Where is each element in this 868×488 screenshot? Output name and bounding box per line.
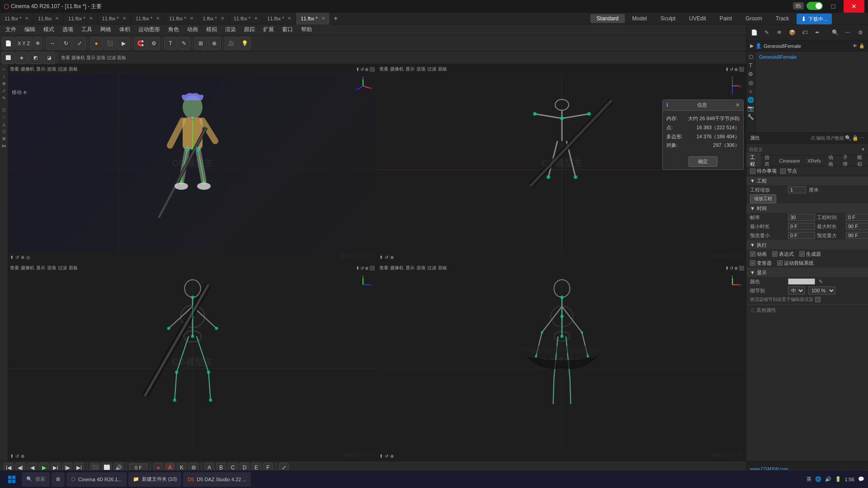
menu-help[interactable]: 帮助 xyxy=(297,25,316,34)
menu-volume[interactable]: 体积 xyxy=(116,25,134,34)
vp-camera-btn-br[interactable]: 摄像机 xyxy=(390,265,404,271)
menu-mode[interactable]: 模式 xyxy=(40,25,58,34)
tab-7[interactable]: 1.fbx *✕ xyxy=(198,13,229,24)
mode-paint[interactable]: Paint xyxy=(713,14,738,23)
vp-panel-btn-tr[interactable]: 面板 xyxy=(438,66,447,72)
execute-section-header[interactable]: ▼ 执行 xyxy=(746,240,868,249)
vp-view-btn-tr[interactable]: 查看 xyxy=(379,66,388,72)
preview-min-input[interactable] xyxy=(788,232,815,239)
menu-window[interactable]: 窗口 xyxy=(278,25,297,34)
left-tool-1[interactable]: ↔ xyxy=(1,66,7,72)
network-icon[interactable]: 🌐 xyxy=(815,476,821,482)
move-tool[interactable]: ↔ xyxy=(46,37,59,50)
max-time-input[interactable] xyxy=(846,223,868,230)
vp-options-btn-tr[interactable]: 选项 xyxy=(416,66,425,72)
color-swatch[interactable] xyxy=(788,278,815,285)
vp-select-btn-bl[interactable]: 选项 xyxy=(47,265,56,271)
left-tool-10[interactable]: ⊞ xyxy=(1,136,7,142)
mode-model[interactable]: Model xyxy=(626,14,653,23)
menu-simulate[interactable]: 模拟 xyxy=(203,25,221,34)
timeline-section-header[interactable]: ▼ 时间 xyxy=(746,204,868,213)
vp-camera-btn-bl[interactable]: 摄像机 xyxy=(21,265,34,271)
mode-sculpt[interactable]: Sculpt xyxy=(654,14,682,23)
menu-tracker[interactable]: 跟踪 xyxy=(241,25,259,34)
vp-zoom-icon[interactable]: ⬛ xyxy=(369,67,375,72)
vp-options-btn[interactable]: 选项 xyxy=(47,66,56,72)
render-view[interactable]: ▶ xyxy=(117,37,130,50)
cb-anim[interactable]: ✓ xyxy=(750,251,755,257)
menu-select[interactable]: 选项 xyxy=(59,25,77,34)
attr-search-icon[interactable]: 🔍 xyxy=(845,135,851,141)
vp-display-btn-bl[interactable]: 显示 xyxy=(36,265,45,271)
snap-enable[interactable]: 🧲 xyxy=(134,37,146,50)
taskbar-folder[interactable]: 📁 新建文件夹 (10) xyxy=(128,472,182,487)
tab-10[interactable]: 11.fbx *✕ xyxy=(296,13,330,24)
left-tool-4[interactable]: ⤢ xyxy=(1,88,7,94)
tab-1[interactable]: 11.fbx *✕ xyxy=(0,13,33,24)
rt-icon-2[interactable]: ✎ xyxy=(761,27,773,38)
taskbar-taskview[interactable]: ⊞ xyxy=(52,472,65,487)
rv-icon-1[interactable]: ⬡ xyxy=(747,53,755,61)
menu-edit[interactable]: 编辑 xyxy=(21,25,39,34)
mode-standard[interactable]: Standard xyxy=(590,14,625,23)
viewport-front[interactable]: 查看 摄像机 显示 选项 过滤 面板 ⬆ ↺ ⊕ ⬛ 正视图 CG模型主 xyxy=(377,263,746,461)
detail-select[interactable]: 中 xyxy=(788,286,805,295)
notification-icon[interactable]: 💬 xyxy=(858,476,864,482)
vp-up-icon[interactable]: ⬆ xyxy=(356,67,359,72)
cb-deform[interactable]: ✓ xyxy=(750,260,755,266)
tab-4[interactable]: 11.fbx *✕ xyxy=(98,13,131,24)
tab-5[interactable]: 11.fbx *✕ xyxy=(131,13,165,24)
left-tool-2[interactable]: ↕ xyxy=(1,73,7,80)
mode-track[interactable]: Track xyxy=(769,14,796,23)
axis-mode[interactable]: ⊞ xyxy=(194,37,207,50)
left-tool-5[interactable]: ✎ xyxy=(1,95,7,101)
rt-icon-4[interactable]: 📦 xyxy=(786,27,798,38)
left-tool-11[interactable]: ⋈ xyxy=(1,143,7,149)
taskbar-daz[interactable]: D5 D5 DAZ Studio 4.22 ... xyxy=(183,472,251,487)
fps-input[interactable] xyxy=(788,214,815,221)
vp-view-btn[interactable]: 查看 xyxy=(10,66,19,72)
rotate-tool[interactable]: ↻ xyxy=(60,37,72,50)
sub-btn-1[interactable]: ⬜ xyxy=(2,52,14,64)
vp-rotate-icon[interactable]: ↺ xyxy=(360,67,364,72)
texture-mode[interactable]: T xyxy=(164,37,177,50)
cb-gen[interactable]: ✓ xyxy=(799,251,805,257)
mode-groom[interactable]: Groom xyxy=(739,14,769,23)
start-button[interactable] xyxy=(4,471,20,488)
rv-icon-2[interactable]: T xyxy=(747,62,755,69)
sub-btn-2[interactable]: ◈ xyxy=(15,52,28,64)
menu-render[interactable]: 渲染 xyxy=(222,25,240,34)
scene-expand-icon[interactable]: ▶ xyxy=(750,43,754,49)
attr-more-icon[interactable]: ⋯ xyxy=(859,135,864,141)
vp-origin-icon[interactable]: ⊕ xyxy=(365,67,368,72)
tab-3[interactable]: 11.fbx *✕ xyxy=(64,13,97,24)
project-section-header[interactable]: ▼ 工程 xyxy=(746,176,868,185)
menu-character[interactable]: 角色 xyxy=(165,25,183,34)
vp-view-btn-br[interactable]: 查看 xyxy=(379,265,388,271)
scale-input[interactable] xyxy=(788,186,806,193)
tab-2[interactable]: 11.fbx✕ xyxy=(33,13,64,24)
rv-icon-7[interactable]: 📷 xyxy=(747,105,755,112)
rv-icon-5[interactable]: ⟐ xyxy=(747,88,755,95)
vp-panel-btn[interactable]: 面板 xyxy=(69,66,78,72)
cb-motion[interactable]: ✓ xyxy=(777,260,783,266)
sub-btn-4[interactable]: ◪ xyxy=(42,52,55,64)
edit-mode[interactable]: ✎ xyxy=(178,37,190,50)
checkbox-todo-input[interactable] xyxy=(750,169,755,174)
sound-icon[interactable]: 🔊 xyxy=(825,476,831,482)
viewport-perspective[interactable]: 查看 摄像机 显示 选项 过滤 面板 ⬆ ↺ ⊕ ⬛ 透视视图 默认摄像机→ 移… xyxy=(8,64,377,262)
maximize-button[interactable]: □ xyxy=(823,0,844,13)
xyz-toggle[interactable]: X Y Z xyxy=(15,37,32,50)
sub-btn-3[interactable]: ◩ xyxy=(29,52,42,64)
menu-tools[interactable]: 工具 xyxy=(78,25,96,34)
scale-project-button[interactable]: 缩放工程 xyxy=(750,194,776,203)
scale-tool[interactable]: ⤢ xyxy=(73,37,86,50)
add-tab-button[interactable]: + xyxy=(330,13,342,24)
left-tool-9[interactable]: ⬡ xyxy=(1,128,7,135)
left-tool-3[interactable]: ⊕ xyxy=(1,80,7,87)
tab-8[interactable]: 11.fbx *✕ xyxy=(229,13,263,24)
menu-file[interactable]: 文件 xyxy=(2,25,20,34)
new-button[interactable]: 📄 xyxy=(2,37,14,50)
vp-view-btn-bl[interactable]: 查看 xyxy=(10,265,19,271)
cb-expr[interactable]: ✓ xyxy=(772,251,778,257)
